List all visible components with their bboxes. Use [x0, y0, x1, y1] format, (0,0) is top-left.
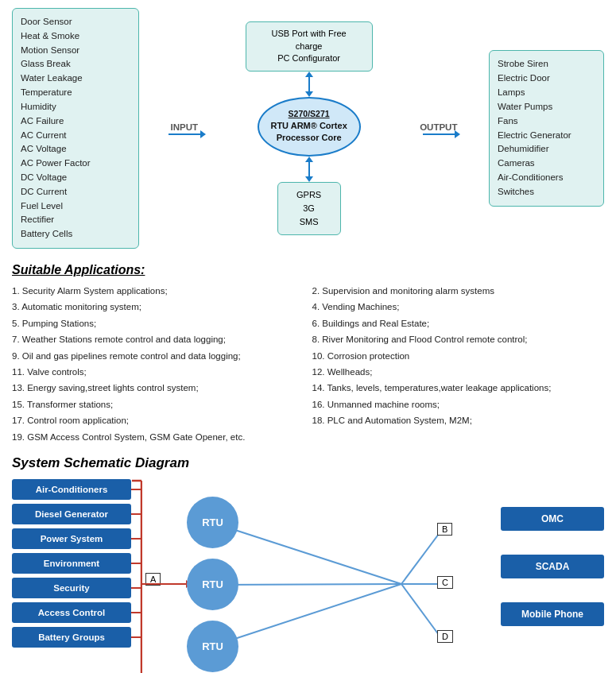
schematic-diagram: Air-ConditionersDiesel GeneratorPower Sy… [12, 479, 604, 673]
usb-line2: PC Configurator [277, 53, 340, 63]
input-box: Door SensorHeat & SmokeMotion SensorGlas… [12, 8, 139, 249]
gprs-3g: 3G [303, 203, 315, 213]
right-boxes: OMCSCADAMobile Phone [501, 507, 604, 626]
app-item: 11. Valve controls; [12, 365, 304, 379]
gprs-box: GPRS 3G SMS [277, 182, 341, 235]
right-box: OMC [501, 507, 604, 531]
rtu-bottom: RTU [187, 621, 238, 672]
app-item: 12. Wellheads; [312, 365, 605, 379]
apps-grid: 1. Security Alarm System applications;2.… [12, 284, 604, 444]
usb-box: USB Port with Free charge PC Configurato… [246, 21, 373, 71]
rtu-ellipse: S270/S271 RTU ARM® Cortex Processor Core [258, 97, 361, 157]
rtu-bottom-label: RTU [202, 640, 223, 652]
rtu-top: RTU [187, 497, 238, 548]
app-item: 9. Oil and gas pipelines remote control … [12, 349, 304, 363]
label-c: C [437, 576, 453, 589]
rtu-middle-label: RTU [202, 578, 223, 590]
arrow-rtu-gprs [308, 161, 310, 177]
app-item: 14. Tanks, levels, temperatures,water le… [312, 381, 605, 395]
rtu-middle: RTU [187, 559, 238, 610]
app-item: 8. River Monitoring and Flood Control re… [312, 332, 605, 346]
rtu-label-line2: Processor Core [277, 132, 342, 144]
svg-line-6 [401, 531, 441, 584]
schematic-title: System Schematic Diagram [12, 455, 604, 471]
app-item: 18. PLC and Automation System, M2M; [312, 413, 605, 427]
svg-line-3 [213, 523, 401, 584]
top-diagram: Door SensorHeat & SmokeMotion SensorGlas… [12, 8, 604, 249]
right-box: Mobile Phone [501, 602, 604, 626]
suitable-applications: Suitable Applications: 1. Security Alarm… [12, 263, 604, 444]
label-b: B [437, 523, 452, 536]
svg-line-8 [401, 584, 441, 638]
arrow-usb-rtu [308, 76, 310, 92]
label-d: D [437, 630, 453, 643]
app-item: 13. Energy saving,street lights control … [12, 381, 304, 395]
svg-line-4 [213, 584, 401, 585]
center-column: USB Port with Free charge PC Configurato… [230, 21, 389, 234]
schematic-section: System Schematic Diagram Air-Conditioner… [12, 455, 604, 673]
output-label: OUTPUT [420, 122, 457, 132]
suitable-title: Suitable Applications: [12, 263, 604, 277]
app-item: 4. Vending Machines; [312, 300, 605, 314]
usb-line1: USB Port with Free charge [272, 29, 347, 50]
svg-line-5 [213, 584, 401, 646]
rtu-model: S270/S271 [289, 108, 330, 120]
output-box: Strobe SirenElectric DoorLampsWater Pump… [489, 50, 604, 206]
right-box: SCADA [501, 555, 604, 578]
page-wrapper: Door SensorHeat & SmokeMotion SensorGlas… [0, 0, 616, 673]
app-item: 3. Automatic monitoring system; [12, 300, 304, 314]
app-item: 2. Supervision and monitoring alarm syst… [312, 284, 605, 298]
input-label: INPUT [171, 122, 199, 132]
gprs-gprs: GPRS [296, 190, 321, 199]
app-item: 15. Transformer stations; [12, 397, 304, 412]
app-item: 10. Corrosion protection [312, 349, 605, 363]
app-item: 5. Pumping Stations; [12, 316, 304, 331]
app-item-full: 19. GSM Access Control System, GSM Gate … [12, 430, 604, 444]
app-item: 6. Buildings and Real Estate; [312, 316, 605, 331]
app-item: 1. Security Alarm System applications; [12, 284, 304, 298]
gprs-sms: SMS [300, 217, 319, 226]
app-item: 16. Unmanned machine rooms; [312, 397, 605, 412]
input-arrow [169, 133, 200, 135]
output-items-text: Strobe SirenElectric DoorLampsWater Pump… [498, 59, 571, 195]
app-item: 7. Weather Stations remote control and d… [12, 332, 304, 346]
output-arrow [423, 133, 455, 135]
rtu-top-label: RTU [202, 516, 223, 528]
app-item: 17. Control room application; [12, 413, 304, 427]
rtu-label-line1: RTU ARM® Cortex [270, 120, 347, 132]
input-items-text: Door SensorHeat & SmokeMotion SensorGlas… [21, 17, 91, 238]
